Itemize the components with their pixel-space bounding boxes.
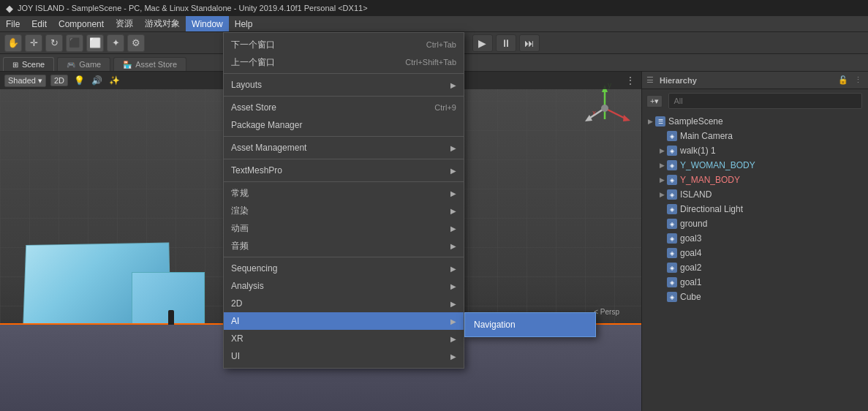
scene-options[interactable]: ⋮ <box>624 74 637 87</box>
hier-item-dirlight[interactable]: ◈ Directional Light <box>654 202 868 216</box>
ymanbody-icon: ◈ <box>667 175 677 185</box>
hier-item-walk[interactable]: ▶ ◈ walk(1) 1 <box>654 143 868 158</box>
menu-file[interactable]: File <box>0 16 26 31</box>
play-button[interactable]: ▶ <box>472 34 493 52</box>
sep-5 <box>224 181 464 182</box>
game-tab-icon: 🎮 <box>67 61 75 69</box>
maincamera-name: Main Camera <box>680 131 865 141</box>
menu-changgui[interactable]: 常规 ▶ <box>224 184 464 202</box>
menu-layouts[interactable]: Layouts ▶ <box>224 76 464 94</box>
menu-xuanran[interactable]: 渲染 ▶ <box>224 202 464 219</box>
hierarchy-search-row: +▾ <box>642 89 868 113</box>
island-name: ISLAND <box>680 189 865 200</box>
menu-next-window[interactable]: 下一个窗口 Ctrl+Tab <box>224 36 464 53</box>
menu-assets[interactable]: 资源 <box>110 16 139 31</box>
menu-textmeshpro[interactable]: TextMeshPro ▶ <box>224 162 464 179</box>
menu-yinpin[interactable]: 音频 ▶ <box>224 237 464 254</box>
menu-prev-window[interactable]: 上一个窗口 Ctrl+Shift+Tab <box>224 53 464 71</box>
walk-name: walk(1) 1 <box>680 146 865 156</box>
custom-tool-btn[interactable]: ⚙ <box>127 34 145 52</box>
goal2-icon: ◈ <box>667 263 677 273</box>
hier-item-samplescene[interactable]: ▶ ☰ SampleScene <box>642 114 868 129</box>
menu-component[interactable]: Component <box>53 16 110 31</box>
sep-2 <box>224 96 464 97</box>
tab-asset-store[interactable]: 🏪 Asset Store <box>113 57 186 71</box>
hierarchy-panel: ☰ Hierarchy 🔓 ⋮ +▾ ▶ ☰ SampleScene ◈ Mai… <box>641 72 868 411</box>
title-bar: ◆ JOY ISLAND - SampleScene - PC, Mac & L… <box>0 0 868 16</box>
submenu-navigation[interactable]: Navigation <box>465 316 595 333</box>
lighting-toggle[interactable]: 💡 <box>72 74 86 87</box>
menu-asset-management[interactable]: Asset Management ▶ <box>224 139 464 157</box>
tab-scene[interactable]: ⊞ Scene <box>3 57 54 71</box>
menu-analysis[interactable]: Analysis ▶ <box>224 277 464 295</box>
scale-tool-btn[interactable]: ⬛ <box>66 34 83 52</box>
menu-bar: File Edit Component 资源 游戏对象 Window Help <box>0 16 868 32</box>
goal1-icon: ◈ <box>667 277 677 287</box>
menu-xr[interactable]: XR ▶ <box>224 330 464 347</box>
goal3-name: goal3 <box>680 233 865 244</box>
hand-tool-btn[interactable]: ✋ <box>4 34 22 52</box>
goal4-icon: ◈ <box>667 248 677 258</box>
hierarchy-search-input[interactable] <box>668 93 862 109</box>
hierarchy-lock-btn[interactable]: 🔓 <box>837 75 849 86</box>
menu-sequencing[interactable]: Sequencing ▶ <box>224 260 464 277</box>
goal1-name: goal1 <box>680 277 865 287</box>
goal3-icon: ◈ <box>667 233 677 244</box>
hierarchy-list: ▶ ☰ SampleScene ◈ Main Camera ▶ ◈ walk(1… <box>642 113 868 411</box>
hierarchy-add-btn[interactable]: +▾ <box>646 95 663 108</box>
menu-2d[interactable]: 2D ▶ <box>224 295 464 312</box>
tab-game[interactable]: 🎮 Game <box>57 57 110 71</box>
move-tool-btn[interactable]: ✛ <box>25 34 42 52</box>
menu-gameobject[interactable]: 游戏对象 <box>139 16 186 31</box>
hier-item-cube[interactable]: ◈ Cube <box>654 290 868 304</box>
sep-3 <box>224 136 464 137</box>
sep-4 <box>224 159 464 159</box>
ai-submenu: Navigation <box>464 312 596 337</box>
hier-item-ymanbody[interactable]: ▶ ◈ Y_MAN_BODY <box>654 173 868 187</box>
dirlight-icon: ◈ <box>667 204 677 214</box>
shading-dropdown[interactable]: Shaded ▾ <box>4 75 46 87</box>
svg-line-3 <box>605 108 627 119</box>
menu-ui[interactable]: UI ▶ <box>224 347 464 365</box>
title-text: JOY ISLAND - SampleScene - PC, Mac & Lin… <box>18 4 368 12</box>
menu-package-manager[interactable]: Package Manager <box>224 116 464 134</box>
rotate-tool-btn[interactable]: ↻ <box>45 34 63 52</box>
svg-marker-4 <box>623 115 630 121</box>
2d-toggle[interactable]: 2D <box>50 75 68 86</box>
hier-item-goal2[interactable]: ◈ goal2 <box>654 260 868 275</box>
menu-donghua[interactable]: 动画 ▶ <box>224 219 464 237</box>
asset-store-tab-icon: 🏪 <box>123 61 132 69</box>
rect-tool-btn[interactable]: ⬜ <box>86 34 104 52</box>
menu-edit[interactable]: Edit <box>26 16 53 31</box>
hier-item-island[interactable]: ▶ ◈ ISLAND <box>654 187 868 202</box>
samplescene-icon: ☰ <box>655 116 665 127</box>
goal4-name: goal4 <box>680 248 865 258</box>
asset-store-tab-label: Asset Store <box>135 60 177 69</box>
hier-item-ywomanbody[interactable]: ▶ ◈ Y_WOMAN_BODY <box>654 158 868 173</box>
fx-toggle[interactable]: ✨ <box>107 74 121 87</box>
menu-asset-store[interactable]: Asset Store Ctrl+9 <box>224 99 464 116</box>
ymanbody-name: Y_MAN_BODY <box>680 175 865 185</box>
hier-item-goal3[interactable]: ◈ goal3 <box>654 231 868 246</box>
hier-item-goal4[interactable]: ◈ goal4 <box>654 246 868 260</box>
ground-name: ground <box>680 219 865 229</box>
step-button[interactable]: ⏭ <box>519 34 540 52</box>
menu-help[interactable]: Help <box>229 16 259 31</box>
pause-button[interactable]: ⏸ <box>496 34 516 52</box>
sep-1 <box>224 73 464 74</box>
cube-name: Cube <box>680 292 865 302</box>
transform-tool-btn[interactable]: ✦ <box>107 34 124 52</box>
cube-icon: ◈ <box>667 292 677 302</box>
persp-label: < Persp <box>594 308 619 316</box>
hierarchy-more-btn[interactable]: ⋮ <box>852 75 864 86</box>
hier-item-ground[interactable]: ◈ ground <box>654 216 868 231</box>
hierarchy-header: ☰ Hierarchy 🔓 ⋮ <box>642 72 868 89</box>
dirlight-name: Directional Light <box>680 204 865 214</box>
hier-item-maincamera[interactable]: ◈ Main Camera <box>654 129 868 143</box>
hier-item-goal1[interactable]: ◈ goal1 <box>654 275 868 290</box>
menu-window[interactable]: Window <box>186 16 229 31</box>
samplescene-name: SampleScene <box>668 116 865 127</box>
audio-toggle[interactable]: 🔊 <box>90 74 103 87</box>
scene-tab-label: Scene <box>22 60 45 69</box>
menu-ai[interactable]: AI ▶ <box>224 312 464 330</box>
